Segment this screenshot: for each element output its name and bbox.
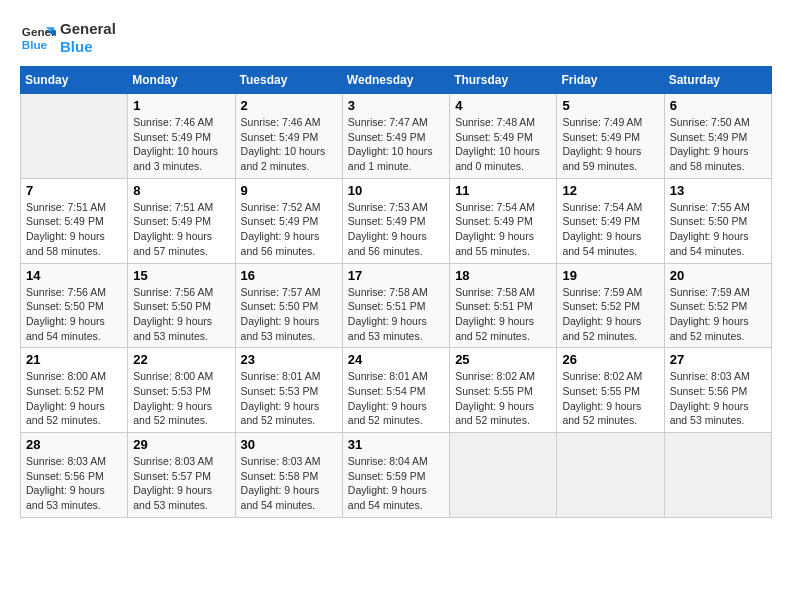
- day-info: Sunrise: 8:00 AM Sunset: 5:53 PM Dayligh…: [133, 369, 229, 428]
- calendar-cell: 2Sunrise: 7:46 AM Sunset: 5:49 PM Daylig…: [235, 94, 342, 179]
- day-info: Sunrise: 7:55 AM Sunset: 5:50 PM Dayligh…: [670, 200, 766, 259]
- header-monday: Monday: [128, 67, 235, 94]
- day-info: Sunrise: 8:03 AM Sunset: 5:57 PM Dayligh…: [133, 454, 229, 513]
- week-row-1: 1Sunrise: 7:46 AM Sunset: 5:49 PM Daylig…: [21, 94, 772, 179]
- day-info: Sunrise: 7:52 AM Sunset: 5:49 PM Dayligh…: [241, 200, 337, 259]
- calendar-cell: 1Sunrise: 7:46 AM Sunset: 5:49 PM Daylig…: [128, 94, 235, 179]
- header-wednesday: Wednesday: [342, 67, 449, 94]
- day-number: 16: [241, 268, 337, 283]
- week-row-2: 7Sunrise: 7:51 AM Sunset: 5:49 PM Daylig…: [21, 178, 772, 263]
- day-info: Sunrise: 8:01 AM Sunset: 5:53 PM Dayligh…: [241, 369, 337, 428]
- day-number: 6: [670, 98, 766, 113]
- day-number: 14: [26, 268, 122, 283]
- calendar-cell: 20Sunrise: 7:59 AM Sunset: 5:52 PM Dayli…: [664, 263, 771, 348]
- day-number: 7: [26, 183, 122, 198]
- calendar-cell: 4Sunrise: 7:48 AM Sunset: 5:49 PM Daylig…: [450, 94, 557, 179]
- calendar-cell: 19Sunrise: 7:59 AM Sunset: 5:52 PM Dayli…: [557, 263, 664, 348]
- day-info: Sunrise: 7:54 AM Sunset: 5:49 PM Dayligh…: [562, 200, 658, 259]
- day-number: 4: [455, 98, 551, 113]
- day-info: Sunrise: 7:56 AM Sunset: 5:50 PM Dayligh…: [26, 285, 122, 344]
- header-friday: Friday: [557, 67, 664, 94]
- calendar-cell: [450, 433, 557, 518]
- day-info: Sunrise: 8:02 AM Sunset: 5:55 PM Dayligh…: [562, 369, 658, 428]
- day-number: 10: [348, 183, 444, 198]
- day-info: Sunrise: 8:04 AM Sunset: 5:59 PM Dayligh…: [348, 454, 444, 513]
- calendar-cell: 8Sunrise: 7:51 AM Sunset: 5:49 PM Daylig…: [128, 178, 235, 263]
- calendar-cell: 15Sunrise: 7:56 AM Sunset: 5:50 PM Dayli…: [128, 263, 235, 348]
- header-saturday: Saturday: [664, 67, 771, 94]
- day-number: 28: [26, 437, 122, 452]
- calendar-cell: 18Sunrise: 7:58 AM Sunset: 5:51 PM Dayli…: [450, 263, 557, 348]
- calendar-cell: 9Sunrise: 7:52 AM Sunset: 5:49 PM Daylig…: [235, 178, 342, 263]
- header-thursday: Thursday: [450, 67, 557, 94]
- day-number: 22: [133, 352, 229, 367]
- week-row-5: 28Sunrise: 8:03 AM Sunset: 5:56 PM Dayli…: [21, 433, 772, 518]
- calendar-table: SundayMondayTuesdayWednesdayThursdayFrid…: [20, 66, 772, 518]
- day-number: 9: [241, 183, 337, 198]
- day-info: Sunrise: 7:51 AM Sunset: 5:49 PM Dayligh…: [26, 200, 122, 259]
- day-number: 3: [348, 98, 444, 113]
- day-info: Sunrise: 7:46 AM Sunset: 5:49 PM Dayligh…: [241, 115, 337, 174]
- calendar-cell: 30Sunrise: 8:03 AM Sunset: 5:58 PM Dayli…: [235, 433, 342, 518]
- calendar-cell: 3Sunrise: 7:47 AM Sunset: 5:49 PM Daylig…: [342, 94, 449, 179]
- day-number: 5: [562, 98, 658, 113]
- calendar-header-row: SundayMondayTuesdayWednesdayThursdayFrid…: [21, 67, 772, 94]
- day-number: 19: [562, 268, 658, 283]
- day-info: Sunrise: 7:59 AM Sunset: 5:52 PM Dayligh…: [562, 285, 658, 344]
- calendar-cell: 29Sunrise: 8:03 AM Sunset: 5:57 PM Dayli…: [128, 433, 235, 518]
- calendar-cell: 16Sunrise: 7:57 AM Sunset: 5:50 PM Dayli…: [235, 263, 342, 348]
- day-info: Sunrise: 8:00 AM Sunset: 5:52 PM Dayligh…: [26, 369, 122, 428]
- day-info: Sunrise: 8:02 AM Sunset: 5:55 PM Dayligh…: [455, 369, 551, 428]
- day-info: Sunrise: 8:03 AM Sunset: 5:56 PM Dayligh…: [670, 369, 766, 428]
- calendar-cell: 7Sunrise: 7:51 AM Sunset: 5:49 PM Daylig…: [21, 178, 128, 263]
- day-number: 24: [348, 352, 444, 367]
- day-info: Sunrise: 8:03 AM Sunset: 5:56 PM Dayligh…: [26, 454, 122, 513]
- day-info: Sunrise: 7:51 AM Sunset: 5:49 PM Dayligh…: [133, 200, 229, 259]
- day-info: Sunrise: 7:58 AM Sunset: 5:51 PM Dayligh…: [455, 285, 551, 344]
- day-number: 31: [348, 437, 444, 452]
- day-info: Sunrise: 7:48 AM Sunset: 5:49 PM Dayligh…: [455, 115, 551, 174]
- week-row-4: 21Sunrise: 8:00 AM Sunset: 5:52 PM Dayli…: [21, 348, 772, 433]
- calendar-cell: 6Sunrise: 7:50 AM Sunset: 5:49 PM Daylig…: [664, 94, 771, 179]
- day-info: Sunrise: 7:56 AM Sunset: 5:50 PM Dayligh…: [133, 285, 229, 344]
- day-number: 1: [133, 98, 229, 113]
- day-info: Sunrise: 7:47 AM Sunset: 5:49 PM Dayligh…: [348, 115, 444, 174]
- calendar-cell: 21Sunrise: 8:00 AM Sunset: 5:52 PM Dayli…: [21, 348, 128, 433]
- day-number: 26: [562, 352, 658, 367]
- day-number: 8: [133, 183, 229, 198]
- header: General Blue General Blue: [20, 20, 772, 56]
- calendar-cell: [557, 433, 664, 518]
- day-info: Sunrise: 7:59 AM Sunset: 5:52 PM Dayligh…: [670, 285, 766, 344]
- day-number: 11: [455, 183, 551, 198]
- header-tuesday: Tuesday: [235, 67, 342, 94]
- calendar-cell: 10Sunrise: 7:53 AM Sunset: 5:49 PM Dayli…: [342, 178, 449, 263]
- calendar-cell: 22Sunrise: 8:00 AM Sunset: 5:53 PM Dayli…: [128, 348, 235, 433]
- day-number: 20: [670, 268, 766, 283]
- calendar-cell: 27Sunrise: 8:03 AM Sunset: 5:56 PM Dayli…: [664, 348, 771, 433]
- week-row-3: 14Sunrise: 7:56 AM Sunset: 5:50 PM Dayli…: [21, 263, 772, 348]
- calendar-cell: [21, 94, 128, 179]
- calendar-cell: 25Sunrise: 8:02 AM Sunset: 5:55 PM Dayli…: [450, 348, 557, 433]
- logo-line2: Blue: [60, 38, 116, 56]
- svg-text:Blue: Blue: [22, 38, 48, 51]
- calendar-cell: [664, 433, 771, 518]
- day-info: Sunrise: 8:03 AM Sunset: 5:58 PM Dayligh…: [241, 454, 337, 513]
- day-number: 2: [241, 98, 337, 113]
- calendar-cell: 23Sunrise: 8:01 AM Sunset: 5:53 PM Dayli…: [235, 348, 342, 433]
- day-info: Sunrise: 7:46 AM Sunset: 5:49 PM Dayligh…: [133, 115, 229, 174]
- header-sunday: Sunday: [21, 67, 128, 94]
- calendar-cell: 14Sunrise: 7:56 AM Sunset: 5:50 PM Dayli…: [21, 263, 128, 348]
- calendar-cell: 28Sunrise: 8:03 AM Sunset: 5:56 PM Dayli…: [21, 433, 128, 518]
- day-info: Sunrise: 7:50 AM Sunset: 5:49 PM Dayligh…: [670, 115, 766, 174]
- day-number: 15: [133, 268, 229, 283]
- logo-line1: General: [60, 20, 116, 38]
- day-number: 21: [26, 352, 122, 367]
- calendar-cell: 26Sunrise: 8:02 AM Sunset: 5:55 PM Dayli…: [557, 348, 664, 433]
- day-number: 27: [670, 352, 766, 367]
- calendar-cell: 11Sunrise: 7:54 AM Sunset: 5:49 PM Dayli…: [450, 178, 557, 263]
- day-info: Sunrise: 7:58 AM Sunset: 5:51 PM Dayligh…: [348, 285, 444, 344]
- day-info: Sunrise: 7:53 AM Sunset: 5:49 PM Dayligh…: [348, 200, 444, 259]
- day-number: 17: [348, 268, 444, 283]
- calendar-cell: 12Sunrise: 7:54 AM Sunset: 5:49 PM Dayli…: [557, 178, 664, 263]
- calendar-cell: 24Sunrise: 8:01 AM Sunset: 5:54 PM Dayli…: [342, 348, 449, 433]
